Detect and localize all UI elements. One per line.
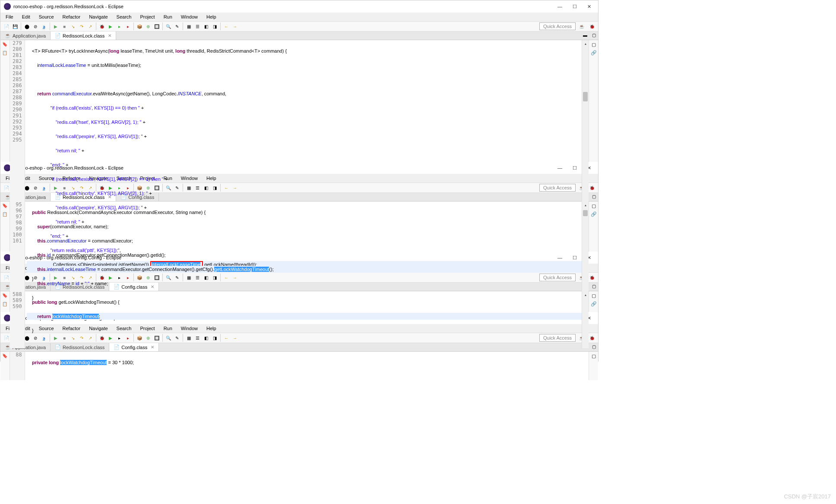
search-icon[interactable]: 🔍 xyxy=(165,23,172,30)
m1-icon[interactable]: 🔖 xyxy=(2,293,8,299)
restore-view-icon[interactable]: ◨ xyxy=(211,23,218,30)
vertical-scrollbar[interactable]: ▴ xyxy=(582,291,589,348)
coverage-icon[interactable]: ▸ xyxy=(116,23,123,30)
perspective-debug-icon[interactable]: 🐞 xyxy=(589,23,595,30)
save-icon[interactable]: 💾 xyxy=(12,23,19,30)
close-tab-icon[interactable]: ✕ xyxy=(108,33,111,38)
editor-tabs: ☕Application.java 📄RedissonLock.class✕ ▬… xyxy=(0,32,598,40)
right-ruler: ▢ xyxy=(589,352,598,380)
step-into-icon[interactable]: ↘ xyxy=(70,23,76,30)
marker2-icon[interactable]: 📋 xyxy=(2,212,8,218)
selected-token: getLockWatchdogTimeout xyxy=(214,267,269,272)
scroll-up-icon[interactable]: ▴ xyxy=(582,202,589,208)
resume-icon[interactable]: ▶ xyxy=(52,23,59,30)
code-content[interactable]: private long lockWatchdogTimeout = 30 * … xyxy=(25,352,589,380)
quick-access-input[interactable]: Quick Access xyxy=(539,22,576,30)
new-class-icon[interactable]: ⊕ xyxy=(145,23,152,30)
tab-redissonlock[interactable]: 📄RedissonLock.class✕ xyxy=(51,32,116,40)
marker-icon[interactable]: 🔖 xyxy=(2,203,8,209)
debug-icon[interactable]: 🐞 xyxy=(98,23,105,30)
menu-refactor[interactable]: Refactor xyxy=(59,13,84,20)
left-ruler: 🔖 xyxy=(0,352,10,380)
code-area[interactable]: 88 private long lockWatchdogTimeout = 30… xyxy=(10,352,589,380)
line-numbers: 88 xyxy=(10,352,25,380)
max-icon[interactable]: ▢ xyxy=(590,343,597,350)
scroll-thumb[interactable] xyxy=(583,92,588,101)
outline-marker-icon[interactable]: ▢ xyxy=(592,42,596,47)
selected-token: lockWatchdogTimeout xyxy=(52,314,99,319)
eclipse-icon xyxy=(4,3,11,10)
l-icon[interactable]: 🔗 xyxy=(591,301,597,307)
code-area[interactable]: 588 589 590 public long getLockWatchdogT… xyxy=(10,291,582,348)
new-icon[interactable]: 📄 xyxy=(3,184,10,191)
task-marker-icon[interactable]: 📋 xyxy=(2,50,8,57)
new-icon[interactable]: 📄 xyxy=(3,274,10,281)
scroll-thumb[interactable] xyxy=(583,210,588,216)
minimize-editor-icon[interactable]: ▬ xyxy=(582,32,589,38)
eclipse-window-1: roncoo-eshop - org.redisson.RedissonLock… xyxy=(0,0,598,161)
menu-file[interactable]: File xyxy=(2,13,17,20)
window-title: roncoo-eshop - org.redisson.RedissonLock… xyxy=(13,4,557,9)
minimize-button[interactable]: — xyxy=(557,4,562,9)
minimize-view-icon[interactable]: ◧ xyxy=(203,23,209,30)
menu-source[interactable]: Source xyxy=(35,13,57,20)
maximize-button[interactable]: ☐ xyxy=(573,4,577,9)
scroll-up-icon[interactable]: ▴ xyxy=(582,291,589,298)
step-return-icon[interactable]: ↗ xyxy=(87,23,94,30)
persp-debug-icon[interactable]: 🐞 xyxy=(589,184,595,191)
pd-icon[interactable]: 🐞 xyxy=(589,334,595,341)
link-icon[interactable]: 🔗 xyxy=(591,211,597,217)
code-content[interactable]: public long getLockWatchdogTimeout() { r… xyxy=(25,291,582,348)
new-icon[interactable]: 📄 xyxy=(3,23,10,30)
menu-project[interactable]: Project xyxy=(136,13,158,20)
menu-help[interactable]: Help xyxy=(203,13,220,20)
marker-icon[interactable]: ▢ xyxy=(592,203,596,209)
editor-area: 🔖 88 private long lockWatchdogTimeout = … xyxy=(0,352,598,380)
toggle-icon[interactable]: ▦ xyxy=(185,23,192,30)
task-icon[interactable]: ✎ xyxy=(174,23,180,30)
menu-window[interactable]: Window xyxy=(177,13,201,20)
line-numbers: 588 589 590 xyxy=(10,291,25,348)
pd-icon[interactable]: 🐞 xyxy=(589,274,595,281)
m-icon[interactable]: ▢ xyxy=(592,293,596,299)
m-icon[interactable]: 🔖 xyxy=(2,353,8,359)
selected-token: lockWatchdogTimeout xyxy=(60,360,107,365)
scroll-up-icon[interactable]: ▴ xyxy=(582,40,589,47)
step-over-icon[interactable]: ↷ xyxy=(78,23,85,30)
new-icon[interactable]: 📄 xyxy=(3,334,10,341)
close-button[interactable]: ✕ xyxy=(587,4,591,9)
menu-run[interactable]: Run xyxy=(160,13,176,20)
titlebar[interactable]: roncoo-eshop - org.redisson.RedissonLock… xyxy=(0,0,598,13)
java-file-icon: ☕ xyxy=(5,33,11,38)
editor-area: 🔖📋 588 589 590 public long getLockWatchd… xyxy=(0,291,598,348)
perspective-java-icon[interactable]: ☕ xyxy=(578,23,585,30)
terminate-icon[interactable]: ■ xyxy=(61,23,68,30)
outline-icon[interactable]: ☰ xyxy=(194,23,201,30)
skip-breakpoints-icon[interactable]: ⊘ xyxy=(32,23,39,30)
link-icon[interactable]: 🔗 xyxy=(591,50,597,56)
new-package-icon[interactable]: 📦 xyxy=(136,23,143,30)
max-icon[interactable]: ▢ xyxy=(590,283,597,290)
expression-icon[interactable]: a̲ xyxy=(41,23,48,30)
toolbar: 📄 💾 ⬤ ⊘ a̲ ▶ ■ ↘ ↷ ↗ 🐞 ▶ ▸ ▸ 📦 ⊕ 🔲 🔍 ✎ ▦… xyxy=(0,22,598,32)
watermark: CSDN @子宸2017 xyxy=(784,493,831,501)
tab-application[interactable]: ☕Application.java xyxy=(0,32,51,40)
m2-icon[interactable]: 📋 xyxy=(2,302,8,308)
m-icon[interactable]: ▢ xyxy=(592,353,596,359)
window-controls: — ☐ ✕ xyxy=(557,4,595,9)
forward-icon[interactable]: → xyxy=(231,23,238,30)
bookmark-icon[interactable]: 🔖 xyxy=(2,42,8,48)
back-icon[interactable]: ← xyxy=(223,23,230,30)
run-icon[interactable]: ▶ xyxy=(107,23,114,30)
menu-navigate[interactable]: Navigate xyxy=(86,13,111,20)
breakpoint-icon[interactable]: ⬤ xyxy=(23,23,30,30)
class-file-icon: 📄 xyxy=(55,33,61,38)
maximize-editor-icon[interactable]: ▢ xyxy=(590,32,597,38)
ext-tools-icon[interactable]: ▸ xyxy=(124,23,131,30)
menu-search[interactable]: Search xyxy=(113,13,135,20)
menu-edit[interactable]: Edit xyxy=(19,13,34,20)
open-type-icon[interactable]: 🔲 xyxy=(153,23,160,30)
max-editor-icon[interactable]: ▢ xyxy=(590,193,597,200)
menubar: File Edit Source Refactor Navigate Searc… xyxy=(0,13,598,22)
